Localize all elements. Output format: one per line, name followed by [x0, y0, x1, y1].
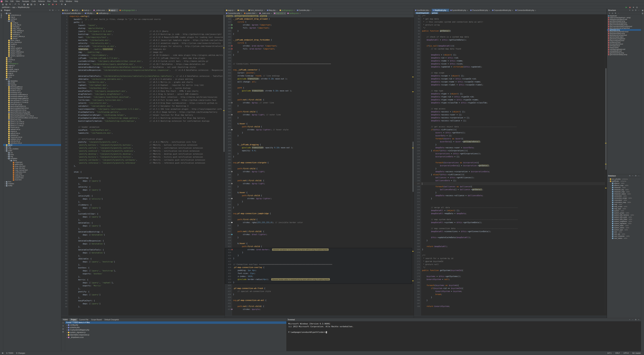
code-line[interactable]: 350	[225, 59, 412, 62]
tab-_main.scss[interactable]: _main.scss×	[258, 12, 273, 15]
tree-item-morris.min.js[interactable]: morris.min.js	[3, 127, 61, 129]
code-line[interactable]: 98 },	[61, 305, 223, 308]
code-line[interactable]: 73 datatablesBootstrap: {	[61, 230, 223, 233]
db-item-ecx_phoebe[interactable]: ▸ecx_phoebe: schema	[607, 178, 641, 180]
code-line[interactable]: 52	[61, 167, 223, 170]
tree-item-main.js[interactable]: main.js	[3, 67, 61, 69]
code-line[interactable]: 361 }	[225, 92, 412, 95]
code-line[interactable]: 61 velocityUI: {	[61, 194, 223, 197]
breadcrumb-3[interactable]: &:hover	[260, 15, 267, 17]
code-line[interactable]: 181 foreach($systems as $system){	[414, 284, 605, 287]
code-line[interactable]: 399}	[225, 206, 412, 209]
tree-item-slidebars.js[interactable]: slidebars.js	[3, 134, 61, 136]
todo-tab-default-changelist[interactable]: Default Changelist	[103, 318, 120, 321]
db-item-connection[interactable]: connection: table	[607, 195, 641, 197]
code-line[interactable]: 48 'pnotify.history': 'lib/pnotify/pnoti…	[61, 156, 223, 158]
db-item-map_scope[interactable]: map_scope: table	[607, 205, 641, 208]
settings-icon[interactable]: ⚙	[60, 3, 63, 6]
code-line[interactable]: 21 datatablesTableTools: 'lib/datatables…	[61, 75, 223, 78]
code-area[interactable]: 91/**92 * get map data93 * -> this inclu…	[414, 15, 605, 308]
add-icon[interactable]: +	[632, 175, 634, 177]
code-line[interactable]: 336._jsPlumb_endpoint_drop_allowed {	[225, 18, 412, 21]
tree-item-raphael.min.js[interactable]: raphael.min.js	[3, 129, 61, 131]
statusbar-segment-crlf[interactable]: CRLF	[614, 352, 622, 354]
code-line[interactable]: 16 customScrollbar: 'lib/jquery.mCustomS…	[61, 60, 223, 63]
code-line[interactable]: 41	[61, 135, 223, 138]
code-line[interactable]: 42 // notification plugin	[61, 138, 223, 141]
code-line[interactable]: 65 deps: ['jquery']	[61, 206, 223, 209]
code-line[interactable]: 408 stroke: $teal-lighter;	[225, 233, 412, 236]
code-line[interactable]: 433 stroke: $purple;	[225, 308, 412, 311]
preview-icon[interactable]: ◎	[62, 328, 64, 330]
code-line[interactable]: 338 stroke: $green !important;	[225, 24, 412, 27]
code-line[interactable]: 155 // merge all data ------------------…	[414, 206, 605, 209]
code-line[interactable]: 79 datatablesTableTools: {	[61, 248, 223, 251]
code-line[interactable]: 360 @include transition( stroke 0.18s ea…	[225, 89, 412, 92]
code-line[interactable]: 82 xEditable: {	[61, 257, 223, 260]
code-line[interactable]: 60 },	[61, 191, 223, 194]
tree-item-trust.html[interactable]: trust.html	[3, 179, 61, 181]
code-line[interactable]: 425	[225, 284, 412, 287]
code-line[interactable]: 415 }	[225, 254, 412, 257]
tree-item-form[interactable]: ▸form	[3, 181, 61, 183]
code-line[interactable]: 12 templates: '../public/templates', // …	[61, 48, 223, 51]
code-line[interactable]: 37	[61, 123, 223, 126]
chevron-right-icon[interactable]: ▸	[66, 331, 68, 334]
code-line[interactable]: 124 $mapData->access->user = [];	[414, 113, 605, 116]
tree-item-jquery.fullscreen.min.js[interactable]: jquery.fullscreen.min.js	[3, 109, 61, 111]
code-line[interactable]: 100	[414, 41, 605, 44]
tree-item-jquery.hoverIntent.minified.js[interactable]: jquery.hoverIntent.minified.js	[3, 113, 61, 115]
close-icon[interactable]: ×	[90, 10, 91, 11]
sync-icon[interactable]: ⟲	[48, 9, 51, 12]
code-line[interactable]: 107 $mapData->icon = $this->icon;	[414, 62, 605, 65]
close-icon[interactable]: ×	[136, 10, 136, 11]
code-line[interactable]: 393	[225, 188, 412, 191]
code-line[interactable]: 78 },	[61, 245, 223, 248]
close-icon[interactable]: ×	[294, 10, 294, 11]
code-line[interactable]: 352	[225, 65, 412, 68]
code-line[interactable]: 95 },	[61, 296, 223, 299]
code-line[interactable]: 110 // map scope	[414, 71, 605, 74]
code-line[interactable]: 387 stroke: $gray-light;	[225, 170, 412, 173]
db-item-user_status[interactable]: user_status: table	[607, 237, 641, 239]
code-line[interactable]: 86 deps: ['jquery', 'bootstrap'],	[61, 269, 223, 272]
menu-edit[interactable]: Edit	[9, 0, 14, 3]
tab-Util.php[interactable]: Util.php×	[84, 12, 96, 15]
tab-ConnectionModel.php[interactable]: ConnectionModel.php×	[514, 9, 537, 12]
menu-file[interactable]: File	[4, 0, 9, 3]
chevron-down-icon[interactable]: ▾	[4, 150, 6, 152]
close-icon[interactable]: ×	[69, 10, 70, 11]
tree-item-dialog[interactable]: ▾dialog	[3, 20, 61, 22]
code-line[interactable]: 45 'pnotify.confirm': 'lib/pnotify/pnoti…	[61, 147, 223, 150]
tab-Map.php[interactable]: Map.php×	[266, 9, 278, 12]
code-line[interactable]: 51 },	[61, 164, 223, 167]
menu-run[interactable]: Run	[46, 0, 52, 3]
code-line[interactable]: 383	[225, 158, 412, 161]
tree-item-datatables[interactable]: ▸datatables	[3, 80, 61, 82]
chevron-right-icon[interactable]: ▸	[66, 329, 68, 331]
code-line[interactable]: 347 }	[225, 50, 412, 53]
code-line[interactable]: 134 }	[414, 143, 605, 146]
code-line[interactable]: 71 deps: ['jquery']	[61, 224, 223, 227]
code-line[interactable]: 118 $mapData->type->id = $this->typeId->…	[414, 95, 605, 98]
code-line[interactable]: 113 $mapData->scope->name = $this->scope…	[414, 80, 605, 83]
menu-window[interactable]: Window	[64, 0, 73, 3]
tree-item-tooltip[interactable]: ▸tooltip	[3, 185, 61, 187]
menu-view[interactable]: View	[14, 0, 21, 3]
tab-landingpage.html[interactable]: landingpage.html×	[118, 9, 138, 12]
code-line[interactable]: 13 img: '../public/img', // image dir	[61, 51, 223, 54]
code-line[interactable]: 114 $mapData->scope->label = $this->scop…	[414, 83, 605, 86]
tree-item-notification.js[interactable]: notification.js	[3, 71, 61, 72]
tab-landingpage.js[interactable]: landingpage.js×	[278, 9, 296, 12]
code-line[interactable]: 400	[225, 209, 412, 212]
close-icon[interactable]: ×	[234, 10, 235, 11]
close-icon[interactable]: ×	[79, 10, 80, 11]
code-line[interactable]: 69 },	[61, 218, 223, 221]
code-line[interactable]: 411 &:hover {	[225, 242, 412, 245]
db-item-system[interactable]: system: table	[607, 210, 641, 212]
code-line[interactable]: 83 deps: ['jquery', 'bootstrap']	[61, 260, 223, 263]
code-line[interactable]: 39 easePack: 'lib/EasePack.min',	[61, 129, 223, 132]
tree-item-system_killboard.js[interactable]: system_killboard.js	[3, 51, 61, 53]
horizontal-scrollbar[interactable]	[414, 315, 607, 318]
error-stripe-mark[interactable]	[412, 148, 414, 148]
